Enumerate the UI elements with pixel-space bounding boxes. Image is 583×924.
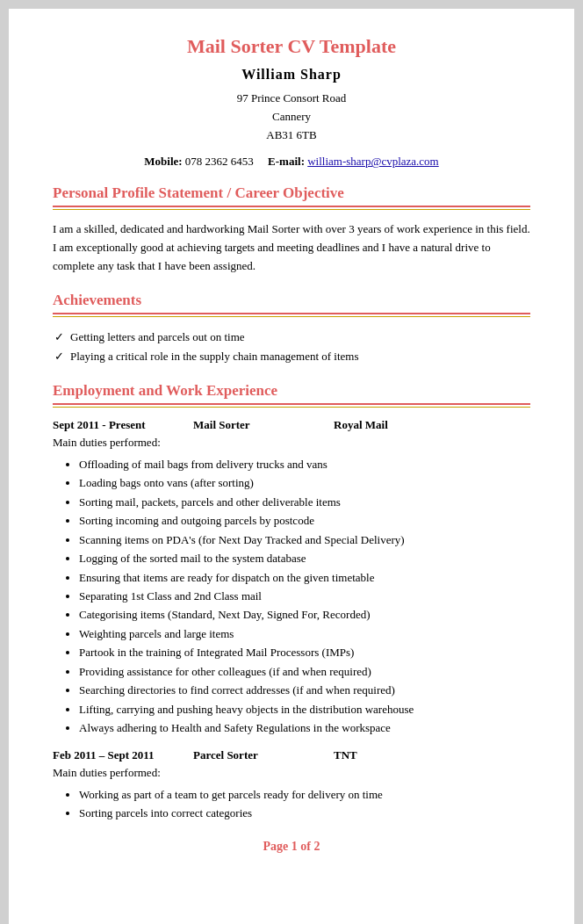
- address-line1: 97 Prince Consort Road: [53, 90, 530, 108]
- page-footer: Page 1 of 2: [53, 840, 530, 854]
- list-item: Lifting, carrying and pushing heavy obje…: [79, 700, 530, 718]
- profile-divider: [53, 206, 530, 210]
- page-title: Mail Sorter CV Template: [53, 35, 530, 58]
- job2-company: TNT: [334, 748, 439, 762]
- email-label: E-mail:: [268, 155, 305, 168]
- achievements-heading: Achievements: [53, 292, 530, 309]
- employment-heading: Employment and Work Experience: [53, 382, 530, 400]
- list-item: Sorting incoming and outgoing parcels by…: [79, 511, 530, 530]
- profile-text: I am a skilled, dedicated and hardworkin…: [53, 220, 530, 275]
- cv-page: Mail Sorter CV Template William Sharp 97…: [9, 9, 574, 924]
- list-item: Sorting mail, packets, parcels and other…: [79, 493, 530, 511]
- list-item: Getting letters and parcels out on time: [70, 328, 530, 347]
- achievements-divider: [53, 313, 530, 317]
- list-item: Categorising items (Standard, Next Day, …: [79, 605, 530, 624]
- job1-duties-list: Offloading of mail bags from delivery tr…: [53, 455, 530, 738]
- job1-header: Sept 2011 - Present Mail Sorter Royal Ma…: [53, 418, 530, 432]
- job2-duties-label: Main duties performed:: [53, 766, 530, 780]
- list-item: Partook in the training of Integrated Ma…: [79, 643, 530, 661]
- mobile-label: Mobile:: [144, 155, 182, 168]
- list-item: Playing a critical role in the supply ch…: [70, 347, 530, 366]
- job2-title: Parcel Sorter: [193, 748, 299, 762]
- list-item: Always adhering to Health and Safety Reg…: [79, 718, 530, 737]
- address-block: 97 Prince Consort Road Cannery AB31 6TB: [53, 90, 530, 144]
- employment-divider: [53, 403, 530, 408]
- address-line2: Cannery: [53, 108, 530, 126]
- job1-company: Royal Mail: [334, 418, 439, 432]
- mobile-value: 078 2362 6453: [185, 155, 254, 168]
- employment-section: Employment and Work Experience Sept 2011…: [53, 382, 530, 822]
- job2-header: Feb 2011 – Sept 2011 Parcel Sorter TNT: [53, 748, 530, 762]
- list-item: Searching directories to find correct ad…: [79, 681, 530, 699]
- job1-dates: Sept 2011 - Present: [53, 418, 158, 432]
- list-item: Providing assistance for other colleague…: [79, 662, 530, 681]
- address-line3: AB31 6TB: [53, 126, 530, 145]
- job1-title: Mail Sorter: [193, 418, 299, 432]
- list-item: Sorting parcels into correct categories: [79, 804, 530, 822]
- achievements-section: Achievements Getting letters and parcels…: [53, 292, 530, 366]
- email-link[interactable]: william-sharp@cvplaza.com: [307, 155, 439, 168]
- profile-heading: Personal Profile Statement / Career Obje…: [53, 184, 530, 202]
- list-item: Scanning items on PDA's (for Next Day Tr…: [79, 531, 530, 549]
- list-item: Logging of the sorted mail to the system…: [79, 549, 530, 567]
- job2-dates: Feb 2011 – Sept 2011: [53, 748, 158, 762]
- list-item: Ensuring that items are ready for dispat…: [79, 568, 530, 587]
- job1-duties-label: Main duties performed:: [53, 436, 530, 450]
- list-item: Separating 1st Class and 2nd Class mail: [79, 587, 530, 605]
- job2-duties-list: Working as part of a team to get parcels…: [53, 785, 530, 823]
- list-item: Offloading of mail bags from delivery tr…: [79, 455, 530, 473]
- profile-section: Personal Profile Statement / Career Obje…: [53, 184, 530, 275]
- list-item: Loading bags onto vans (after sorting): [79, 473, 530, 492]
- list-item: Weighting parcels and large items: [79, 624, 530, 643]
- list-item: Working as part of a team to get parcels…: [79, 785, 530, 804]
- candidate-name: William Sharp: [53, 67, 530, 83]
- achievements-list: Getting letters and parcels out on time …: [53, 328, 530, 366]
- contact-line: Mobile: 078 2362 6453 E-mail: william-sh…: [53, 155, 530, 169]
